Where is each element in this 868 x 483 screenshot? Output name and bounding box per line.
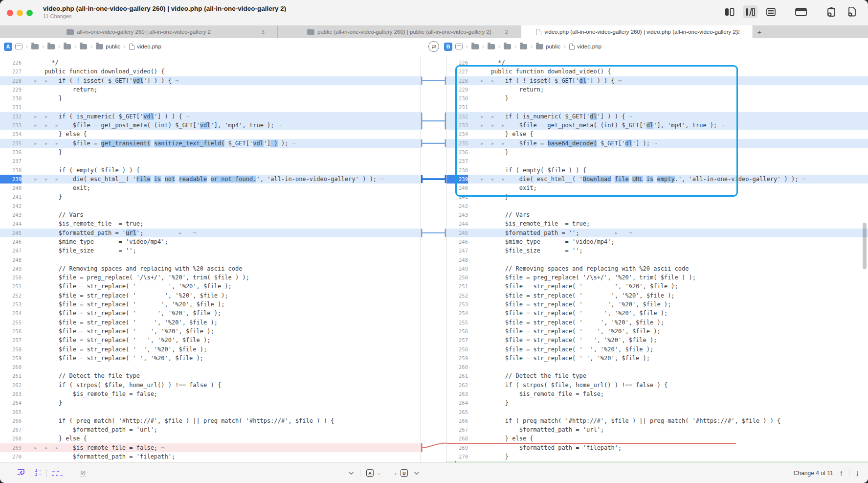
code-text: $file = str_replace( ' ', '%20', $file )… [30, 336, 210, 345]
code-line-b-229: 229 return; [446, 85, 868, 94]
code-text: ▸ ▸ ▸ $file = base64_decode( $_GET['dl']… [477, 139, 657, 148]
breadcrumb-item[interactable] [455, 44, 463, 49]
breadcrumb-item[interactable] [488, 44, 495, 49]
line-number: 254 [446, 309, 468, 318]
new-tab-button[interactable]: + [753, 25, 766, 38]
breadcrumb-label: video.php [137, 44, 161, 49]
code-line-b-245[interactable]: 245 $formatted_path = ''; ▸ ¬ [446, 229, 868, 237]
breadcrumb-item[interactable] [471, 44, 479, 49]
code-line-a-227: 227 public function download_video() { [0, 67, 421, 76]
tab-3[interactable]: video.php (all-in-one-video-gallery 260)… [521, 25, 753, 38]
line-number: 238 [446, 166, 468, 175]
vertical-scrollbar[interactable] [863, 223, 867, 269]
breadcrumb-item-public[interactable]: public [536, 44, 560, 49]
breadcrumb-separator: › [498, 43, 501, 50]
breadcrumb-item[interactable] [64, 44, 71, 49]
add-to-clipboard-button[interactable] [824, 5, 839, 18]
code-line-b-233[interactable]: 233 ▸ ▸ ▸ $file = get_post_meta( (int) $… [446, 121, 868, 130]
code-line-a-228[interactable]: 228 ▸ ▸ if ( ! isset( $_GET['vdl'] ) ) {… [0, 76, 421, 85]
unified-layout-icon [766, 8, 776, 16]
breadcrumb-item-video.php[interactable]: video.php [129, 44, 161, 50]
invisibles-toggle-button[interactable]: — ●● ● — [52, 470, 64, 477]
tab-change-count: 2 [737, 29, 740, 35]
copy-a-to-b-button[interactable]: A→ [366, 469, 381, 477]
tab-1[interactable]: all-in-one-video-gallery 260 | all-in-on… [0, 25, 278, 38]
code-line-b-263: 263 $is_remote_file = false; [446, 390, 868, 398]
line-number: 259 [446, 354, 468, 363]
breadcrumb-item-video.php[interactable]: video.php [569, 44, 601, 50]
code-text: $file = preg_replace( '/\s+/', '%20', tr… [30, 273, 249, 282]
code-line-a-250: 250 $file = preg_replace( '/\s+/', '%20'… [0, 273, 421, 282]
swap-sides-button[interactable]: ⇄ [428, 41, 439, 52]
line-number: 268 [446, 434, 468, 443]
breadcrumb-item[interactable] [31, 44, 39, 49]
code-text: $file = str_replace( ' ', '%20', $file )… [477, 327, 661, 336]
code-text: if ( strpos( $file, home_url() ) !== fal… [30, 381, 221, 390]
code-line-a-232[interactable]: 232 ▸ ▸ if ( is_numeric( $_GET['vdl'] ) … [0, 112, 421, 121]
file-shelf-button[interactable] [794, 5, 808, 18]
minimize-window-button[interactable] [17, 10, 23, 16]
code-line-a-245[interactable]: 245 $formatted_path = 'url'; ▸ ¬ [0, 229, 421, 237]
tab-2[interactable]: public (all-in-one-video-gallery 260) | … [278, 25, 521, 38]
code-line-b-242: 242 [446, 202, 868, 210]
code-text: $formatted_path = 'filepath'; [477, 443, 622, 452]
code-line-b-228[interactable]: 228 ▸ ▸ if ( ! isset( $_GET['dl'] ) ) { … [446, 76, 868, 85]
code-line-b-239[interactable]: 239 ▸ ▸ ▸ die( esc_html__( 'Download fil… [446, 175, 868, 184]
breadcrumb-item[interactable] [520, 44, 527, 49]
breadcrumb-item[interactable] [80, 44, 87, 49]
hide-unchanged-button[interactable]: ⊘ [80, 469, 86, 477]
previous-change-button[interactable]: ↑ [839, 469, 843, 478]
next-change-button[interactable]: ↓ [855, 469, 859, 478]
code-line-b-261: 261 // Detect the file type [446, 371, 868, 380]
breadcrumb-label: video.php [577, 44, 601, 49]
line-numbers-toggle-button[interactable]: 1 —2 — [35, 469, 42, 477]
line-number: 244 [0, 219, 22, 228]
line-number: 228 [0, 76, 22, 85]
code-text: } [30, 192, 62, 201]
code-text: } else { [30, 130, 87, 138]
line-number: 255 [446, 318, 468, 327]
zoom-window-button[interactable] [26, 10, 33, 16]
code-line-a-239[interactable]: 239 ▸ ▸ ▸ die( esc_html__( 'File is not … [0, 175, 421, 184]
line-number: 263 [0, 390, 22, 398]
diff-view: 226 */227 public function download_video… [0, 55, 868, 464]
line-number: 257 [0, 336, 22, 345]
line-number: 240 [0, 184, 22, 192]
new-comparison-button[interactable] [845, 5, 859, 18]
code-line-a-235[interactable]: 235 ▸ ▸ ▸ $file = get_transient( sanitiz… [0, 139, 421, 148]
blocks-layout-button[interactable] [722, 5, 737, 18]
code-line-a-269[interactable]: 269 ▸ ▸ ▸ $is_remote_file = false; ¬ [0, 443, 421, 452]
wrap-lines-button[interactable] [17, 468, 25, 478]
window-controls [7, 10, 33, 16]
line-number: 265 [0, 408, 22, 416]
line-number: 258 [446, 345, 468, 354]
code-line-b-232[interactable]: 232 ▸ ▸ if ( is_numeric( $_GET['dl'] ) )… [446, 112, 868, 121]
code-line-a-238: 238 if ( empty( $file ) ) { [0, 166, 421, 175]
line-number: 241 [0, 192, 22, 201]
merge-options-chevron[interactable] [348, 471, 354, 475]
code-line-a-241: 241 } [0, 192, 421, 201]
breadcrumb-item[interactable] [504, 44, 511, 49]
code-text: */ [477, 58, 505, 67]
merge-options-chevron-2[interactable] [414, 471, 420, 475]
code-text: $file = str_replace( ' ', '%20', $file )… [30, 318, 218, 327]
side-a-badge: A [4, 43, 12, 51]
unified-layout-button[interactable] [763, 5, 778, 18]
code-line-b-235[interactable]: 235 ▸ ▸ ▸ $file = base64_decode( $_GET['… [446, 139, 868, 148]
close-window-button[interactable] [7, 10, 13, 16]
code-text: $file = str_replace( ' ', '%20', $file )… [30, 309, 221, 318]
code-line-a-233[interactable]: 233 ▸ ▸ ▸ $file = get_post_meta( (int) $… [0, 121, 421, 130]
code-line-b-253: 253 $file = str_replace( ' ', '%20', $fi… [446, 300, 868, 309]
line-number: 256 [446, 327, 468, 336]
line-number: 270 [446, 452, 468, 461]
line-number: 267 [446, 425, 468, 434]
breadcrumb-item[interactable] [15, 44, 22, 49]
copy-b-to-a-button[interactable]: ←B [393, 469, 408, 477]
line-number: 226 [0, 58, 22, 67]
wrap-lines-icon [17, 468, 25, 476]
breadcrumb-item[interactable] [47, 44, 55, 49]
fluid-layout-icon [745, 8, 755, 16]
breadcrumb-item-public[interactable]: public [96, 44, 120, 49]
code-line-b-259: 259 $file = str_replace( ' ', '%20', $fi… [446, 354, 868, 363]
fluid-layout-button[interactable] [743, 5, 757, 18]
